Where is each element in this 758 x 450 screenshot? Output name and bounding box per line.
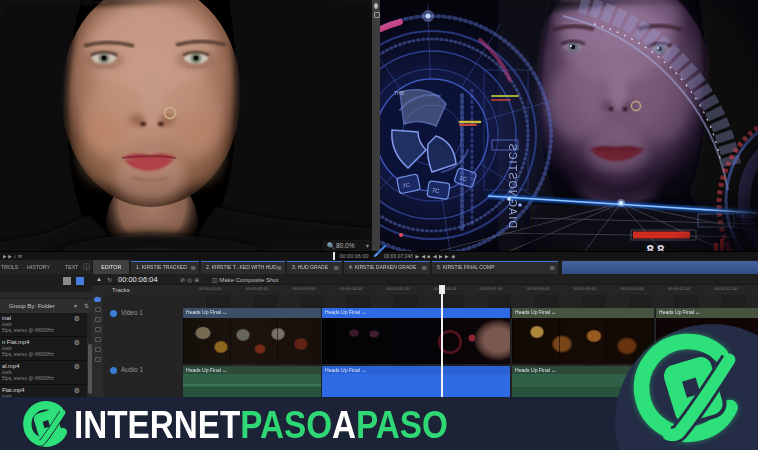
svg-text:DIAGNOSTICS: DIAGNOSTICS — [507, 142, 519, 228]
svg-text:7C: 7C — [432, 187, 441, 194]
svg-text:THB: THB — [394, 90, 405, 96]
